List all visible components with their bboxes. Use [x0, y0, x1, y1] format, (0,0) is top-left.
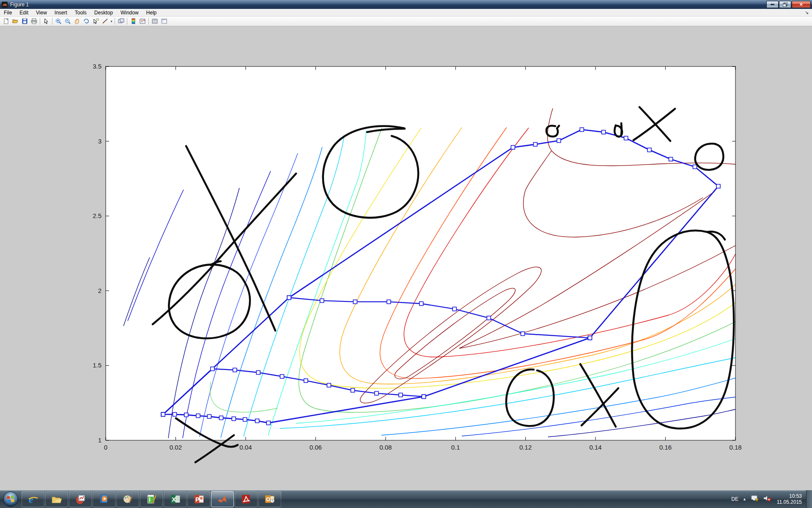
menu-item-edit[interactable]: Edit	[16, 9, 32, 16]
taskbar-app-internet-explorer[interactable]: e	[22, 491, 44, 507]
data-point-marker[interactable]	[280, 375, 284, 378]
data-point-marker[interactable]	[207, 414, 211, 418]
x-tick-label: 0.1	[451, 444, 460, 451]
data-point-marker[interactable]	[588, 336, 592, 340]
x-tick-label: 0.12	[519, 444, 532, 451]
data-point-marker[interactable]	[232, 417, 236, 421]
data-point-marker[interactable]	[716, 184, 720, 188]
new-file-button[interactable]	[1, 17, 11, 25]
restore-button[interactable]	[779, 1, 791, 8]
pan-hand-button[interactable]	[72, 17, 82, 25]
data-point-marker[interactable]	[320, 299, 324, 303]
data-point-marker[interactable]	[647, 148, 651, 152]
paint-icon	[122, 494, 134, 505]
menu-item-insert[interactable]: Insert	[51, 9, 71, 16]
save-button[interactable]	[20, 17, 29, 25]
brush-button[interactable]	[100, 17, 110, 25]
scribble-d-small	[621, 123, 622, 135]
data-point-marker[interactable]	[602, 130, 606, 134]
data-point-marker[interactable]	[487, 316, 491, 320]
contour-plot[interactable]: 00.020.040.060.080.10.120.140.160.1811.5…	[0, 26, 812, 490]
taskbar-app-adobe-reader[interactable]	[235, 491, 258, 507]
taskbar-app-media-player[interactable]	[93, 491, 115, 507]
menu-item-help[interactable]: Help	[143, 9, 161, 16]
menu-item-file[interactable]: File	[0, 9, 16, 16]
zoom-in-button[interactable]	[54, 17, 63, 25]
data-point-marker[interactable]	[557, 139, 561, 143]
clock-date: 11.05.2015	[777, 499, 802, 505]
taskbar-app-notes-editor[interactable]	[140, 491, 163, 507]
data-point-marker[interactable]	[387, 300, 391, 304]
data-point-marker[interactable]	[266, 421, 270, 425]
open-file-button[interactable]	[11, 17, 20, 25]
menu-item-tools[interactable]: Tools	[71, 9, 91, 16]
data-point-marker[interactable]	[399, 393, 403, 397]
data-point-marker[interactable]	[580, 128, 584, 132]
taskbar-clock[interactable]: 10:53 11.05.2015	[777, 493, 802, 505]
toolbar-separator	[40, 18, 40, 25]
dock-figure-icon[interactable]: ↘	[805, 10, 809, 15]
data-point-marker[interactable]	[219, 416, 223, 420]
x-tick-label: 0.08	[379, 444, 392, 451]
insert-legend-button[interactable]	[138, 17, 147, 25]
y-tick-label: 2.5	[93, 212, 102, 219]
data-point-marker[interactable]	[693, 165, 697, 169]
taskbar-app-outlook[interactable]: O	[258, 491, 281, 507]
data-point-marker[interactable]	[255, 419, 259, 423]
edit-cursor-button[interactable]	[41, 17, 51, 25]
data-point-marker[interactable]	[353, 300, 357, 304]
taskbar-app-excel[interactable]: X	[164, 491, 187, 507]
data-point-marker[interactable]	[375, 392, 379, 395]
data-point-marker[interactable]	[256, 371, 260, 375]
show-desktop-button[interactable]	[806, 490, 812, 508]
data-point-marker[interactable]	[511, 146, 515, 149]
print-button[interactable]	[29, 17, 38, 25]
taskbar-app-chart-app[interactable]	[69, 491, 92, 507]
taskbar-app-windows-explorer[interactable]	[45, 491, 68, 507]
show-plot-tools-button[interactable]	[159, 17, 169, 25]
data-point-marker[interactable]	[420, 302, 423, 306]
data-point-marker[interactable]	[351, 389, 355, 392]
insert-colorbar-button[interactable]	[129, 17, 138, 25]
data-point-marker[interactable]	[453, 307, 456, 311]
toolbar-separator	[148, 18, 149, 25]
data-point-marker[interactable]	[287, 296, 291, 300]
data-point-marker[interactable]	[211, 367, 214, 371]
menu-item-view[interactable]: View	[32, 9, 51, 16]
taskbar-app-paint[interactable]	[116, 491, 139, 507]
toolbar-separator	[115, 18, 115, 25]
menu-item-desktop[interactable]: Desktop	[91, 9, 117, 16]
media-player-icon	[98, 494, 110, 505]
taskbar-app-powerpoint[interactable]: P	[187, 491, 210, 507]
data-point-marker[interactable]	[233, 368, 237, 372]
data-point-marker[interactable]	[173, 412, 177, 416]
svg-text:X: X	[172, 496, 176, 503]
close-button[interactable]: ✕	[792, 1, 811, 8]
data-point-marker[interactable]	[422, 395, 425, 398]
link-plot-button[interactable]	[116, 17, 126, 25]
data-point-marker[interactable]	[304, 379, 308, 383]
data-point-marker[interactable]	[533, 143, 537, 146]
volume-muted-icon[interactable]	[763, 494, 771, 504]
svg-text:P: P	[195, 496, 200, 503]
taskbar-app-matlab[interactable]	[211, 491, 234, 507]
data-point-marker[interactable]	[624, 136, 628, 140]
data-point-marker[interactable]	[161, 412, 165, 416]
menu-item-window[interactable]: Window	[117, 9, 143, 16]
hide-plot-tools-button[interactable]	[150, 17, 159, 25]
rotate-3d-button[interactable]	[82, 17, 91, 25]
data-point-marker[interactable]	[327, 384, 331, 387]
tray-chevron-icon[interactable]: ▲	[743, 497, 746, 501]
data-point-marker[interactable]	[521, 332, 525, 336]
data-point-marker[interactable]	[184, 413, 188, 417]
brush-dropdown-caret[interactable]: ▾	[110, 19, 113, 23]
network-warning-icon[interactable]: !	[751, 494, 759, 504]
data-cursor-button[interactable]	[91, 17, 100, 25]
language-indicator[interactable]: DE	[731, 496, 738, 502]
zoom-out-button[interactable]	[63, 17, 72, 25]
start-button[interactable]	[0, 490, 21, 508]
data-point-marker[interactable]	[243, 417, 247, 421]
data-point-marker[interactable]	[196, 414, 200, 418]
data-point-marker[interactable]	[669, 157, 673, 161]
minimize-button[interactable]	[766, 1, 779, 8]
